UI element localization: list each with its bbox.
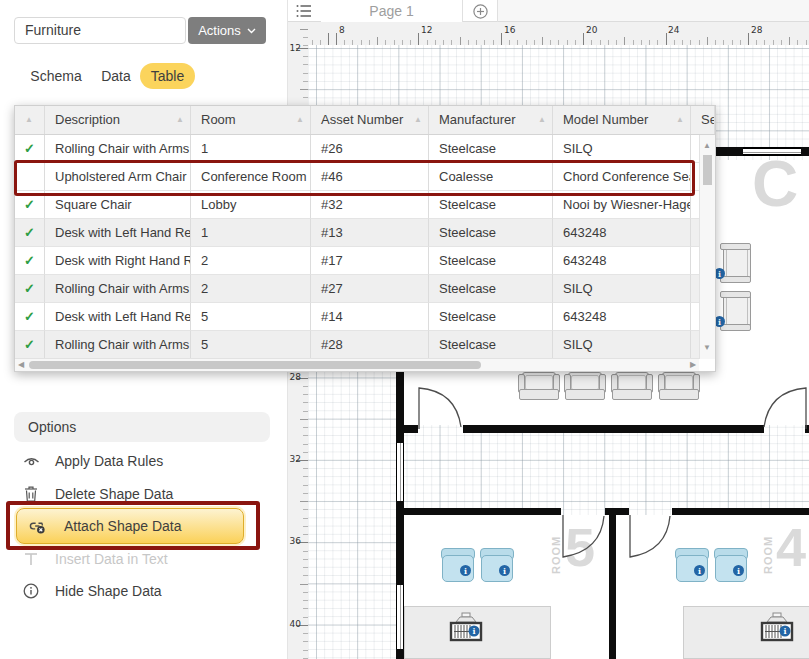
table-cell[interactable]: #27 — [311, 275, 429, 303]
table-cell[interactable]: 643248 — [553, 303, 691, 331]
sort-icon[interactable]: ▲ — [25, 106, 33, 134]
blue-chair-shape[interactable] — [675, 548, 709, 582]
linked-check-icon — [15, 331, 45, 359]
vertical-scroll-thumb[interactable] — [703, 155, 712, 185]
sort-icon[interactable]: ▲ — [414, 106, 422, 134]
horizontal-scrollbar[interactable]: ◀ ▶ — [15, 358, 699, 371]
table-cell[interactable]: Rolling Chair with Arms... — [45, 135, 191, 163]
table-cell[interactable]: 1 — [191, 219, 311, 247]
tab-schema[interactable]: Schema — [28, 63, 84, 89]
table-cell[interactable]: Square Chair — [45, 191, 191, 219]
info-badge-icon[interactable] — [460, 565, 471, 576]
table-cell[interactable]: 2 — [191, 247, 311, 275]
table-cell[interactable]: 5 — [191, 303, 311, 331]
table-cell[interactable]: Conference Room — [191, 163, 311, 191]
vertical-scrollbar[interactable]: ▲ ▼ — [699, 135, 715, 359]
hide-shape-data-item[interactable]: Hide Shape Data — [14, 576, 270, 606]
table-cell[interactable]: Rolling Chair with Arms... — [45, 275, 191, 303]
column-header-linked[interactable]: ▲ — [15, 106, 45, 134]
info-badge-icon[interactable] — [694, 565, 705, 576]
table-cell[interactable]: 643248 — [553, 219, 691, 247]
table-cell[interactable]: Steelcase — [429, 303, 553, 331]
delete-shape-data-item[interactable]: Delete Shape Data — [14, 479, 270, 509]
column-header-description[interactable]: Description▲ — [45, 106, 191, 134]
table-cell[interactable]: Steelcase — [429, 247, 553, 275]
wall-rooms-top — [672, 508, 809, 515]
apply-data-rules-item[interactable]: Apply Data Rules — [14, 446, 270, 476]
tab-table[interactable]: Table — [140, 63, 195, 89]
table-cell[interactable]: Desk with Left Hand Re... — [45, 303, 191, 331]
table-row[interactable]: Rolling Chair with Arms...2#27SteelcaseS… — [15, 275, 699, 303]
table-cell[interactable]: #32 — [311, 191, 429, 219]
table-cell[interactable]: Coalesse — [429, 163, 553, 191]
scroll-up-icon[interactable]: ▲ — [701, 141, 713, 151]
scroll-down-icon[interactable]: ▼ — [701, 343, 713, 353]
info-badge-icon[interactable] — [733, 565, 744, 576]
conference-chair-shape[interactable] — [518, 372, 560, 400]
sort-icon[interactable]: ▲ — [296, 106, 304, 134]
table-cell[interactable]: SILQ — [553, 275, 691, 303]
actions-button[interactable]: Actions — [188, 17, 266, 44]
table-cell[interactable]: #14 — [311, 303, 429, 331]
sort-icon[interactable]: ▲ — [176, 106, 184, 134]
scroll-right-icon[interactable]: ▶ — [687, 360, 699, 370]
table-cell[interactable]: Chord Conference Seat... — [553, 163, 691, 191]
table-cell[interactable]: Steelcase — [429, 331, 553, 359]
sort-icon[interactable]: ▲ — [538, 106, 546, 134]
table-row[interactable]: Rolling Chair with Arms...5#28SteelcaseS… — [15, 331, 699, 359]
tab-data[interactable]: Data — [96, 63, 136, 89]
conference-chair-shape[interactable] — [658, 372, 700, 400]
column-header-se[interactable]: Se — [691, 106, 715, 134]
table-cell[interactable]: SILQ — [553, 331, 691, 359]
table-cell[interactable]: #46 — [311, 163, 429, 191]
table-row[interactable]: Desk with Right Hand R...2#17Steelcase64… — [15, 247, 699, 275]
table-row[interactable]: Desk with Left Hand Re...1#13Steelcase64… — [15, 219, 699, 247]
table-cell[interactable]: 643248 — [553, 247, 691, 275]
table-cell[interactable]: Rolling Chair with Arms... — [45, 331, 191, 359]
table-cell[interactable]: Desk with Right Hand R... — [45, 247, 191, 275]
table-cell[interactable]: SILQ — [553, 135, 691, 163]
scroll-left-icon[interactable]: ◀ — [15, 360, 27, 370]
blue-chair-shape[interactable] — [441, 548, 475, 582]
table-row[interactable]: Upholstered Arm ChairConference Room#46C… — [15, 163, 699, 191]
table-cell[interactable]: Steelcase — [429, 191, 553, 219]
options-header: Options — [14, 412, 270, 442]
table-cell[interactable]: Desk with Left Hand Re... — [45, 219, 191, 247]
conference-chair-shape[interactable] — [611, 372, 653, 400]
table-cell[interactable]: 2 — [191, 275, 311, 303]
attach-shape-data-button[interactable]: Attach Shape Data — [16, 508, 244, 544]
armchair-shape[interactable] — [717, 291, 751, 331]
sort-icon[interactable]: ▲ — [676, 106, 684, 134]
column-header-room[interactable]: Room▲ — [191, 106, 311, 134]
table-cell[interactable]: Lobby — [191, 191, 311, 219]
table-cell[interactable]: Nooi by Wiesner-Hager — [553, 191, 691, 219]
table-cell[interactable]: #13 — [311, 219, 429, 247]
printer-shape[interactable]: i — [448, 612, 484, 643]
blue-chair-shape[interactable] — [714, 548, 748, 582]
column-header-manufacturer[interactable]: Manufacturer▲ — [429, 106, 553, 134]
dataset-name-input[interactable]: Furniture — [14, 17, 186, 44]
table-cell[interactable]: Steelcase — [429, 275, 553, 303]
add-page-icon[interactable] — [470, 2, 490, 20]
info-badge-icon[interactable] — [499, 565, 510, 576]
armchair-shape[interactable] — [717, 243, 751, 283]
table-row[interactable]: Desk with Left Hand Re...5#14Steelcase64… — [15, 303, 699, 331]
table-cell[interactable]: 1 — [191, 135, 311, 163]
table-cell[interactable]: #17 — [311, 247, 429, 275]
printer-shape[interactable]: i — [759, 612, 795, 643]
page-list-icon[interactable] — [294, 2, 314, 20]
conference-chair-shape[interactable] — [564, 372, 606, 400]
horizontal-scroll-thumb[interactable] — [29, 361, 481, 369]
table-cell[interactable]: #26 — [311, 135, 429, 163]
blue-chair-shape[interactable] — [480, 548, 514, 582]
column-header-asset-number[interactable]: Asset Number▲ — [311, 106, 429, 134]
table-row[interactable]: Square ChairLobby#32SteelcaseNooi by Wie… — [15, 191, 699, 219]
table-cell[interactable]: Steelcase — [429, 219, 553, 247]
table-cell[interactable]: #28 — [311, 331, 429, 359]
table-row[interactable]: Rolling Chair with Arms...1#26SteelcaseS… — [15, 135, 699, 163]
table-cell[interactable]: Upholstered Arm Chair — [45, 163, 191, 191]
page-tab[interactable]: Page 1 — [321, 0, 462, 22]
table-cell[interactable]: Steelcase — [429, 135, 553, 163]
column-header-model-number[interactable]: Model Number▲ — [553, 106, 691, 134]
table-cell[interactable]: 5 — [191, 331, 311, 359]
